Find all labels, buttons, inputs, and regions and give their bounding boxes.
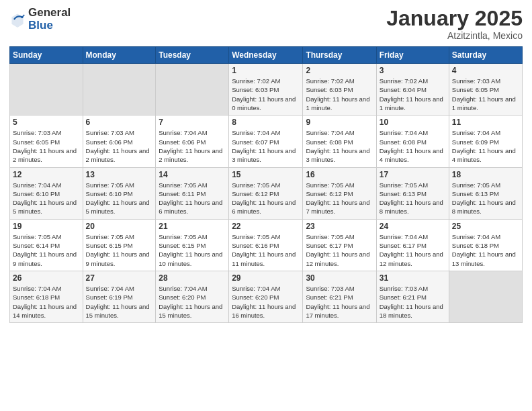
day-info: Sunrise: 7:04 AMSunset: 6:08 PMDaylight:… [380, 128, 446, 164]
day-info: Sunrise: 7:02 AMSunset: 6:04 PMDaylight:… [380, 77, 446, 112]
calendar-cell: 12Sunrise: 7:04 AMSunset: 6:10 PMDayligh… [10, 167, 83, 219]
header: General Blue January 2025 Atzitzintla, M… [9, 7, 523, 41]
calendar-cell: 28Sunrise: 7:04 AMSunset: 6:20 PMDayligh… [156, 271, 229, 322]
day-number: 27 [86, 273, 153, 283]
day-number: 3 [380, 66, 446, 75]
day-info: Sunrise: 7:04 AMSunset: 6:19 PMDaylight:… [86, 284, 153, 320]
day-info: Sunrise: 7:03 AMSunset: 6:21 PMDaylight:… [380, 284, 446, 320]
day-number: 2 [306, 66, 373, 75]
day-number: 25 [452, 222, 519, 231]
day-info: Sunrise: 7:05 AMSunset: 6:12 PMDaylight:… [232, 181, 300, 216]
week-row-5: 26Sunrise: 7:04 AMSunset: 6:18 PMDayligh… [10, 271, 523, 322]
col-header-monday: Monday [83, 47, 156, 64]
day-info: Sunrise: 7:04 AMSunset: 6:07 PMDaylight:… [232, 128, 300, 164]
day-info: Sunrise: 7:05 AMSunset: 6:17 PMDaylight:… [306, 232, 373, 268]
calendar-cell: 5Sunrise: 7:03 AMSunset: 6:05 PMDaylight… [10, 116, 83, 167]
day-info: Sunrise: 7:05 AMSunset: 6:14 PMDaylight:… [13, 232, 80, 268]
day-number: 11 [452, 118, 519, 127]
location: Atzitzintla, Mexico [386, 30, 523, 41]
day-number: 1 [232, 66, 300, 75]
day-number: 26 [13, 273, 80, 283]
day-info: Sunrise: 7:03 AMSunset: 6:21 PMDaylight:… [306, 284, 373, 320]
day-number: 28 [159, 273, 226, 283]
day-number: 12 [13, 170, 80, 179]
day-info: Sunrise: 7:02 AMSunset: 6:03 PMDaylight:… [306, 77, 373, 112]
logo-blue-text: Blue [28, 19, 71, 32]
day-number: 15 [232, 170, 300, 179]
day-info: Sunrise: 7:05 AMSunset: 6:10 PMDaylight:… [86, 181, 153, 216]
day-info: Sunrise: 7:04 AMSunset: 6:08 PMDaylight:… [306, 128, 373, 164]
col-header-saturday: Saturday [449, 47, 522, 64]
day-number: 30 [306, 273, 373, 283]
col-header-wednesday: Wednesday [229, 47, 303, 64]
calendar-cell: 16Sunrise: 7:05 AMSunset: 6:12 PMDayligh… [303, 167, 376, 219]
day-info: Sunrise: 7:04 AMSunset: 6:18 PMDaylight:… [452, 232, 519, 268]
calendar-cell: 14Sunrise: 7:05 AMSunset: 6:11 PMDayligh… [156, 167, 229, 219]
calendar-cell: 23Sunrise: 7:05 AMSunset: 6:17 PMDayligh… [303, 219, 376, 271]
day-number: 10 [380, 118, 446, 127]
week-row-3: 12Sunrise: 7:04 AMSunset: 6:10 PMDayligh… [10, 167, 523, 219]
calendar-cell: 10Sunrise: 7:04 AMSunset: 6:08 PMDayligh… [376, 116, 449, 167]
calendar-cell: 15Sunrise: 7:05 AMSunset: 6:12 PMDayligh… [229, 167, 303, 219]
calendar-cell: 26Sunrise: 7:04 AMSunset: 6:18 PMDayligh… [10, 271, 83, 322]
day-number: 17 [380, 170, 446, 179]
calendar: SundayMondayTuesdayWednesdayThursdayFrid… [9, 46, 523, 323]
calendar-cell [449, 271, 522, 322]
day-number: 22 [232, 222, 300, 231]
calendar-cell: 24Sunrise: 7:04 AMSunset: 6:17 PMDayligh… [376, 219, 449, 271]
col-header-sunday: Sunday [10, 47, 83, 64]
logo-icon [9, 11, 26, 28]
week-row-2: 5Sunrise: 7:03 AMSunset: 6:05 PMDaylight… [10, 116, 523, 167]
logo-text: General Blue [28, 7, 71, 32]
day-number: 21 [159, 222, 226, 231]
day-info: Sunrise: 7:05 AMSunset: 6:13 PMDaylight:… [452, 181, 519, 216]
day-number: 14 [159, 170, 226, 179]
day-info: Sunrise: 7:05 AMSunset: 6:13 PMDaylight:… [380, 181, 446, 216]
day-number: 19 [13, 222, 80, 231]
day-number: 6 [86, 118, 153, 127]
calendar-cell: 29Sunrise: 7:04 AMSunset: 6:20 PMDayligh… [229, 271, 303, 322]
day-number: 18 [452, 170, 519, 179]
calendar-cell: 2Sunrise: 7:02 AMSunset: 6:03 PMDaylight… [303, 64, 376, 116]
day-info: Sunrise: 7:04 AMSunset: 6:17 PMDaylight:… [380, 232, 446, 268]
calendar-cell: 21Sunrise: 7:05 AMSunset: 6:15 PMDayligh… [156, 219, 229, 271]
month-title: January 2025 [386, 7, 523, 30]
day-number: 9 [306, 118, 373, 127]
day-number: 23 [306, 222, 373, 231]
calendar-cell: 31Sunrise: 7:03 AMSunset: 6:21 PMDayligh… [376, 271, 449, 322]
day-number: 13 [86, 170, 153, 179]
page: General Blue January 2025 Atzitzintla, M… [0, 0, 532, 411]
calendar-cell [156, 64, 229, 116]
day-number: 24 [380, 222, 446, 231]
calendar-header-row: SundayMondayTuesdayWednesdayThursdayFrid… [10, 47, 523, 64]
day-info: Sunrise: 7:05 AMSunset: 6:16 PMDaylight:… [232, 232, 300, 268]
col-header-thursday: Thursday [303, 47, 376, 64]
day-info: Sunrise: 7:04 AMSunset: 6:06 PMDaylight:… [159, 128, 226, 164]
calendar-cell: 9Sunrise: 7:04 AMSunset: 6:08 PMDaylight… [303, 116, 376, 167]
day-info: Sunrise: 7:05 AMSunset: 6:15 PMDaylight:… [159, 232, 226, 268]
day-info: Sunrise: 7:03 AMSunset: 6:05 PMDaylight:… [452, 77, 519, 112]
calendar-cell [10, 64, 83, 116]
calendar-cell: 3Sunrise: 7:02 AMSunset: 6:04 PMDaylight… [376, 64, 449, 116]
day-info: Sunrise: 7:02 AMSunset: 6:03 PMDaylight:… [232, 77, 300, 112]
calendar-cell: 20Sunrise: 7:05 AMSunset: 6:15 PMDayligh… [83, 219, 156, 271]
day-info: Sunrise: 7:04 AMSunset: 6:10 PMDaylight:… [13, 181, 80, 216]
col-header-friday: Friday [376, 47, 449, 64]
day-info: Sunrise: 7:04 AMSunset: 6:18 PMDaylight:… [13, 284, 80, 320]
calendar-cell: 18Sunrise: 7:05 AMSunset: 6:13 PMDayligh… [449, 167, 522, 219]
calendar-cell: 11Sunrise: 7:04 AMSunset: 6:09 PMDayligh… [449, 116, 522, 167]
week-row-4: 19Sunrise: 7:05 AMSunset: 6:14 PMDayligh… [10, 219, 523, 271]
day-info: Sunrise: 7:05 AMSunset: 6:11 PMDaylight:… [159, 181, 226, 216]
day-info: Sunrise: 7:05 AMSunset: 6:15 PMDaylight:… [86, 232, 153, 268]
calendar-cell [83, 64, 156, 116]
calendar-cell: 30Sunrise: 7:03 AMSunset: 6:21 PMDayligh… [303, 271, 376, 322]
calendar-cell: 8Sunrise: 7:04 AMSunset: 6:07 PMDaylight… [229, 116, 303, 167]
day-number: 16 [306, 170, 373, 179]
calendar-cell: 19Sunrise: 7:05 AMSunset: 6:14 PMDayligh… [10, 219, 83, 271]
svg-point-1 [21, 16, 23, 18]
day-number: 29 [232, 273, 300, 283]
day-info: Sunrise: 7:04 AMSunset: 6:20 PMDaylight:… [232, 284, 300, 320]
logo: General Blue [9, 7, 71, 32]
title-block: January 2025 Atzitzintla, Mexico [386, 7, 523, 41]
day-info: Sunrise: 7:04 AMSunset: 6:09 PMDaylight:… [452, 128, 519, 164]
